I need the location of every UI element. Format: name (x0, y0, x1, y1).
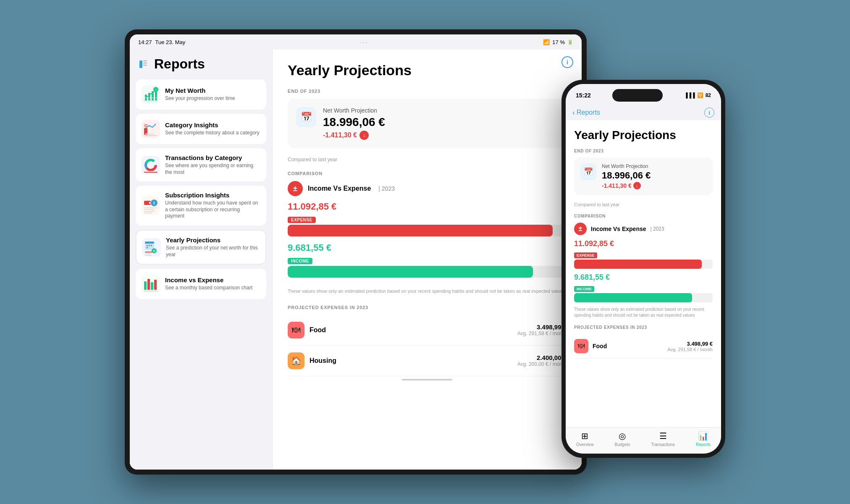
sidebar-item-category-insights[interactable]: Category Insights See the complete histo… (136, 114, 266, 144)
phone-income-bar-fill (574, 293, 692, 302)
expense-row-housing-left: 🏠 Housing (288, 352, 336, 369)
phone-income-bar-label: INCOME (574, 286, 594, 292)
income-amount: 9.681,55 € (288, 242, 567, 253)
svg-rect-1 (143, 60, 147, 61)
phone-tab-reports[interactable]: 📊 Reports (696, 431, 711, 447)
sidebar-item-yearly-projections[interactable]: + Yearly Projections See a prediction of… (136, 230, 266, 265)
phone-info-button[interactable]: i (704, 108, 714, 118)
net-worth-title: My Net Worth (165, 87, 260, 94)
svg-rect-2 (143, 63, 147, 63)
expense-row-food: 🍽 Food 3.498,99 € Avg. 291,58 € / month (288, 315, 567, 346)
svg-text:i: i (154, 201, 155, 205)
phone-food-amount: 3.498,99 € (668, 341, 713, 347)
phone-calendar-icon: 📅 (580, 163, 597, 180)
phone-tab-budgets[interactable]: ◎ Budgets (615, 431, 630, 447)
tablet-status-left: 14:27 Tue 23. May (138, 39, 185, 45)
compared-label: Compared to last year (288, 157, 567, 163)
phone-signal-icon: ▐▐▐ (684, 92, 695, 98)
expense-row-housing-right: 2.400,00 € Avg. 200,00 € / month (517, 354, 567, 367)
phone-nav-bar: ‹ Reports i (566, 105, 721, 120)
tablet-status-bar: 14:27 Tue 23. May ··· 📶 17 % 🔋 (130, 34, 582, 50)
net-worth-text: My Net Worth See your progression over t… (165, 87, 260, 102)
yearly-projections-desc: See a prediction of your net worth for t… (166, 245, 260, 258)
comparison-section: ± Income Vs Expense | 2023 11.092,85 € E… (288, 181, 567, 278)
svg-rect-33 (144, 211, 156, 212)
phone-back-button[interactable]: ‹ Reports (572, 108, 600, 117)
svg-rect-31 (144, 207, 157, 208)
svg-rect-34 (144, 213, 152, 213)
projection-card-diff: -1.411,30 € ↓ (323, 131, 385, 140)
income-expense-text: Income vs Expense See a monthly based co… (165, 276, 260, 291)
projected-expenses-label: PROJECTED EXPENSES IN 2023 (288, 305, 567, 310)
phone-tab-bar: ⊞ Overview ◎ Budgets ☰ Transactions 📊 Re… (566, 427, 721, 454)
svg-rect-50 (151, 282, 153, 290)
phone-expense-bar-label: EXPENSE (574, 252, 597, 258)
sidebar-toggle-icon[interactable] (137, 58, 149, 70)
income-bar-track (288, 266, 567, 278)
svg-rect-45 (145, 253, 151, 254)
svg-rect-16 (144, 136, 157, 136)
sidebar: Reports (130, 50, 273, 470)
phone-end-of-year-label: END OF 2023 (574, 149, 713, 153)
phone-food-row-right: 3.498,99 € Avg. 291,58 € / month (668, 341, 713, 352)
ie-title: Income Vs Expense (308, 185, 371, 192)
phone-food-avg: Avg. 291,58 € / month (668, 347, 713, 352)
phone-card-value: 18.996,06 € (602, 170, 651, 181)
category-insights-title: Category Insights (165, 121, 260, 129)
svg-text:↑: ↑ (155, 88, 157, 92)
projection-card-label: Net Worth Projection (323, 107, 385, 114)
subscription-title: Subscription Insights (165, 192, 260, 199)
scrollbar-indicator[interactable] (402, 379, 452, 381)
phone-expense-bar-fill (574, 260, 702, 269)
housing-name: Housing (310, 357, 336, 365)
svg-rect-49 (147, 279, 150, 290)
phone-card-diff: -1.411,30 € ↓ (602, 182, 651, 189)
info-button[interactable]: i (561, 56, 573, 68)
income-bar-label: INCOME (288, 258, 312, 264)
transactions-tab-icon: ☰ (659, 431, 667, 441)
phone-wifi-icon: 🛜 (697, 92, 703, 98)
income-bar-fill (288, 266, 533, 278)
housing-icon: 🏠 (288, 352, 304, 369)
svg-rect-40 (151, 245, 152, 246)
svg-rect-6 (148, 93, 150, 100)
svg-rect-26 (142, 197, 160, 215)
food-amount: 3.498,99 € (517, 323, 567, 331)
svg-rect-53 (144, 291, 157, 291)
projection-card: 📅 Net Worth Projection 18.996,06 € -1.41… (288, 99, 567, 148)
income-bar-container: INCOME (288, 257, 567, 278)
main-content: i Yearly Projections END OF 2023 📅 Net W… (273, 50, 582, 470)
subscription-icon: i (142, 197, 160, 215)
transactions-text: Transactions by Category See where are y… (165, 154, 260, 176)
phone-food-row: 🍽 Food 3.498,99 € Avg. 291,58 € / month (574, 334, 713, 359)
expense-amount: 11.092,85 € (288, 201, 567, 212)
net-worth-desc: See your progression over time (165, 95, 260, 102)
svg-rect-38 (147, 245, 148, 246)
phone-compared-label: Compared to last year (574, 202, 713, 207)
category-insights-text: Category Insights See the complete histo… (165, 121, 260, 136)
svg-rect-44 (145, 252, 152, 252)
sidebar-item-net-worth[interactable]: ↑ My Net Worth See your progression over… (136, 79, 266, 110)
phone-tab-overview[interactable]: ⊞ Overview (576, 431, 594, 447)
phone-comparison-section: ± Income Vs Expense | 2023 11.092,85 € E… (574, 223, 713, 302)
sidebar-item-transactions[interactable]: Transactions by Category See where are y… (136, 148, 266, 181)
phone-tab-reports-label: Reports (696, 442, 711, 447)
tablet-dots: ··· (359, 39, 369, 45)
phone-screen: 15:22 ▐▐▐ 🛜 82 ‹ Reports i Yearly Projec… (566, 84, 721, 454)
expense-bar-track (288, 225, 567, 236)
svg-rect-46 (145, 255, 152, 256)
calendar-icon: 📅 (296, 107, 316, 127)
phone-tab-transactions[interactable]: ☰ Transactions (651, 431, 675, 447)
phone-income-amount: 9.681,55 € (574, 273, 713, 282)
svg-rect-17 (145, 135, 157, 136)
sidebar-item-income-expense[interactable]: Income vs Expense See a monthly based co… (136, 269, 266, 299)
sidebar-item-subscription[interactable]: i Subscription Insights Understand how m… (136, 186, 266, 226)
tablet-content: Reports (130, 50, 582, 470)
svg-rect-18 (145, 134, 153, 134)
svg-rect-41 (147, 247, 148, 248)
tablet-status-right: 📶 17 % 🔋 (543, 39, 573, 45)
phone-status-bar: 15:22 ▐▐▐ 🛜 82 (566, 84, 721, 105)
phone-card-label: Net Worth Projection (602, 163, 651, 169)
phone-device: 15:22 ▐▐▐ 🛜 82 ‹ Reports i Yearly Projec… (561, 80, 725, 458)
income-expense-title: Income vs Expense (165, 276, 260, 284)
